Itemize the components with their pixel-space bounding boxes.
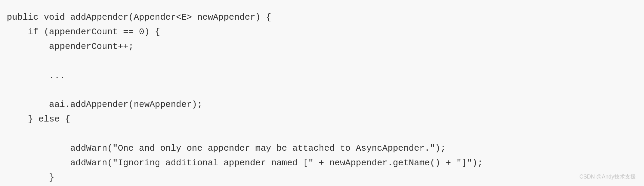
code-block: public void addAppender(Appender<E> newA… xyxy=(7,10,637,186)
watermark: CSDN @Andy技术支援 xyxy=(580,173,636,181)
code-container: public void addAppender(Appender<E> newA… xyxy=(0,0,644,186)
